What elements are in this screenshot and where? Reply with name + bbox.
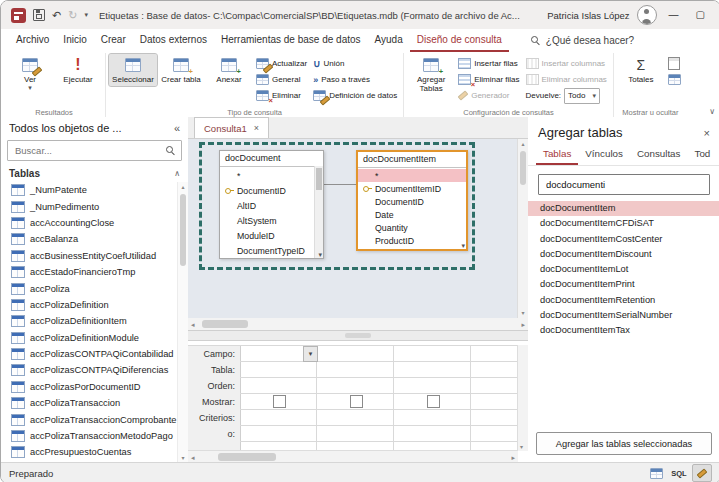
maximize-button[interactable]: ▢: [691, 10, 710, 20]
tell-me-search[interactable]: ¿Qué desea hacer?: [531, 29, 634, 52]
design-view-button[interactable]: [692, 464, 712, 482]
table-list-item[interactable]: accPolizaTransaccionMetodoPago: [1, 428, 178, 444]
ribbon-tab[interactable]: Crear: [94, 29, 133, 52]
scroll-down-icon[interactable]: ▾: [318, 251, 322, 258]
add-tables-tab[interactable]: Consultas: [630, 145, 688, 165]
ribbon-tab[interactable]: Datos externos: [133, 29, 214, 52]
field-row[interactable]: DocumentTypeID: [220, 243, 323, 258]
close-icon[interactable]: ×: [254, 123, 259, 133]
ribbon-tab[interactable]: Ayuda: [368, 29, 410, 52]
field-row[interactable]: Date: [358, 208, 466, 221]
table-list-item[interactable]: accPolizaTransaccionComprobante: [1, 411, 178, 427]
table-list-item[interactable]: accPolizaDefinition: [1, 297, 178, 313]
ribbon-tab[interactable]: Inicio: [56, 29, 93, 52]
table-list-item[interactable]: accPolizaTransaccion: [1, 395, 178, 411]
field-cell-dropdown[interactable]: ▾: [303, 346, 318, 362]
scroll-right-icon[interactable]: ▸: [521, 320, 525, 329]
add-tables-button[interactable]: + Agregar Tablas: [407, 54, 455, 95]
collapse-ribbon-icon[interactable]: ∨: [709, 107, 715, 116]
field-row[interactable]: DocumentID: [220, 183, 323, 198]
select-query-button[interactable]: Seleccionar: [109, 54, 157, 86]
field-list-docDocumentItem[interactable]: docDocumentItem * DocumentItemID Documen…: [356, 150, 468, 251]
scroll-up-icon[interactable]: ▴: [181, 182, 184, 192]
add-tables-list-item[interactable]: docDocumentItemPrint: [528, 277, 719, 292]
add-tables-list-item[interactable]: docDocumentItemSerialNumber: [528, 308, 719, 323]
query-design-canvas[interactable]: docDocument * DocumentID AltID AltSyst: [188, 139, 528, 318]
field-row[interactable]: ProductID: [358, 234, 466, 247]
scrollbar-thumb[interactable]: [180, 194, 186, 266]
add-tables-list-item[interactable]: docDocumentItem: [528, 201, 719, 216]
datasheet-view-button[interactable]: [646, 464, 666, 482]
run-button[interactable]: ! Ejecutar: [54, 54, 102, 86]
table-list-item[interactable]: accPolizasCONTPAQiDiferencias: [1, 362, 178, 378]
add-tables-tab[interactable]: Tablas: [536, 145, 578, 165]
scrollbar-thumb[interactable]: [316, 168, 322, 190]
field-row[interactable]: AltID: [220, 198, 323, 213]
show-checkbox[interactable]: [273, 395, 286, 408]
append-button[interactable]: + Anexar: [205, 54, 253, 86]
scroll-down-icon[interactable]: ▾: [520, 443, 523, 450]
canvas-vertical-scrollbar[interactable]: ▴ ▾: [517, 139, 528, 318]
user-avatar[interactable]: [637, 5, 657, 25]
add-tables-list-item[interactable]: docDocumentItemDiscount: [528, 247, 719, 262]
table-list-item[interactable]: accPolizasPorDocumentID: [1, 379, 178, 395]
field-list-scrollbar[interactable]: ▾: [314, 166, 323, 258]
scroll-right-icon[interactable]: ▸: [511, 453, 515, 462]
table-list-item[interactable]: accPresupuestoCuentas: [1, 444, 178, 460]
field-row[interactable]: *: [220, 168, 323, 183]
table-list-item[interactable]: _NumPatente: [1, 182, 178, 198]
scroll-left-icon[interactable]: ◂: [191, 320, 195, 329]
add-tables-tab[interactable]: Tod: [687, 145, 717, 165]
navigation-search-box[interactable]: [7, 140, 182, 161]
table-list-item[interactable]: accBalanza: [1, 231, 178, 247]
query-document-tab[interactable]: Consulta1 ×: [194, 117, 269, 138]
canvas-horizontal-scrollbar[interactable]: ◂ ▸: [188, 318, 528, 331]
add-tables-list-item[interactable]: docDocumentItemCFDiSAT: [528, 216, 719, 231]
update-query-button[interactable]: Actualizar: [253, 56, 310, 71]
scrollbar-thumb[interactable]: [218, 453, 276, 461]
table-list-item[interactable]: _NumPedimento: [1, 198, 178, 214]
table-list-item[interactable]: accEstadoFinancieroTmp: [1, 264, 178, 280]
undo-icon[interactable]: ↶: [52, 10, 61, 21]
scrollbar-thumb[interactable]: [520, 151, 526, 185]
view-button[interactable]: Ver ▾: [6, 54, 54, 93]
shutter-bar-icon[interactable]: «: [174, 122, 180, 134]
field-row[interactable]: ModuleID: [220, 228, 323, 243]
pass-through-button[interactable]: » Paso a través: [310, 72, 400, 87]
union-query-button[interactable]: ∪ Unión: [310, 56, 400, 71]
quick-access-dropdown-icon[interactable]: ▾: [84, 11, 88, 19]
field-row[interactable]: Quantity: [358, 221, 466, 234]
ribbon-tab[interactable]: Archivo: [9, 29, 56, 52]
ribbon-tab[interactable]: Herramientas de base de datos: [214, 29, 368, 52]
table-names-button[interactable]: [665, 72, 684, 87]
insert-rows-button[interactable]: Insertar filas: [455, 56, 522, 71]
scrollbar-thumb[interactable]: [202, 320, 248, 328]
add-tables-list-item[interactable]: docDocumentItemCostCenter: [528, 232, 719, 247]
return-dropdown[interactable]: Todo ▾: [564, 88, 600, 104]
field-row[interactable]: DocumentID: [358, 195, 466, 208]
delete-rows-button[interactable]: × Eliminar filas: [455, 72, 522, 87]
show-checkbox[interactable]: [427, 395, 440, 408]
delete-query-button[interactable]: × Eliminar: [253, 88, 310, 103]
make-table-button[interactable]: + Crear tabla: [157, 54, 205, 86]
property-sheet-button[interactable]: [665, 56, 684, 71]
table-list-item[interactable]: accPoliza: [1, 280, 178, 296]
sql-view-button[interactable]: SQL: [669, 464, 689, 482]
add-tables-list-item[interactable]: docDocumentItemRetention: [528, 293, 719, 308]
crosstab-query-button[interactable]: General: [253, 72, 310, 87]
totals-button[interactable]: Σ Totales: [617, 54, 665, 86]
scroll-up-icon[interactable]: ▴: [521, 139, 524, 149]
minimize-button[interactable]: —: [664, 10, 684, 20]
data-definition-button[interactable]: Definición de datos: [310, 88, 400, 103]
user-name[interactable]: Patricia Islas López: [547, 10, 629, 21]
field-list-title[interactable]: docDocumentItem: [358, 152, 466, 168]
show-checkbox[interactable]: [350, 395, 363, 408]
add-tables-list-item[interactable]: docDocumentItemLot: [528, 262, 719, 277]
field-row[interactable]: AltSystem: [220, 213, 323, 228]
designer-splitter[interactable]: [188, 331, 528, 341]
table-list-item[interactable]: accPolizaDefinitionItem: [1, 313, 178, 329]
grid-vertical-scrollbar[interactable]: ▾: [517, 345, 528, 451]
table-list-item[interactable]: accPolizaDefinitionModule: [1, 330, 178, 346]
ribbon-tab[interactable]: Diseño de consulta: [410, 29, 509, 52]
search-input[interactable]: [544, 178, 704, 191]
